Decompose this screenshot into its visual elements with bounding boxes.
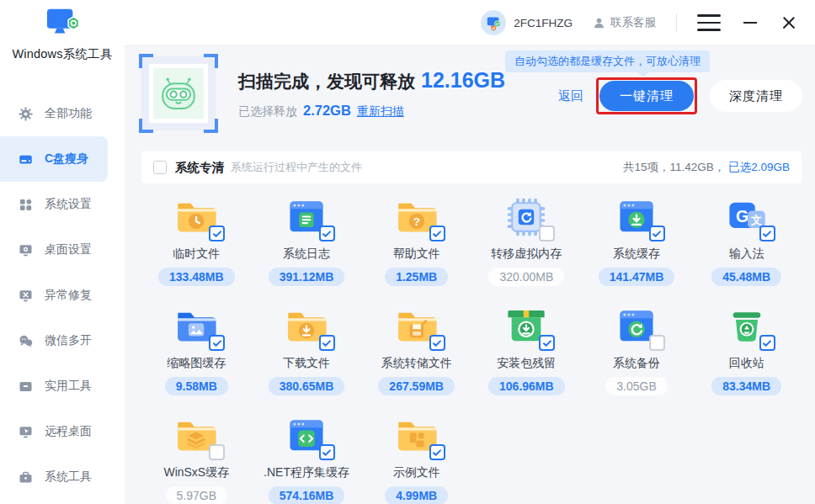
item-size-badge: 320.00MB (488, 268, 564, 286)
section-subtitle: 系统运行过程中产生的文件 (231, 160, 362, 175)
item-size-badge: 1.25MB (385, 268, 448, 286)
auto-select-tooltip: 自动勾选的都是缓存文件，可放心清理 (505, 50, 710, 72)
item-label: 系统备份 (613, 356, 660, 371)
titlebar: 2FC1FHZG 联系客服 (125, 0, 815, 46)
item-checkbox[interactable] (319, 335, 335, 351)
folder-layers-icon (174, 414, 218, 458)
item-checkbox[interactable] (539, 335, 555, 351)
item-label: 转移虚拟内存 (491, 247, 562, 262)
briefcase-icon (19, 470, 33, 485)
minimize-icon[interactable] (741, 13, 759, 32)
cleanup-item[interactable]: 示例文件4.99MB (361, 414, 471, 504)
item-size-badge: 5.97GB (166, 486, 227, 504)
sidebar-item-c-drive-slim[interactable]: C盘瘦身 (0, 136, 108, 182)
item-checkbox[interactable] (209, 444, 225, 460)
sidebar-item-remote-desktop[interactable]: 远程桌面 (0, 409, 108, 454)
sidebar-item-desktop-settings[interactable]: 桌面设置 (0, 227, 108, 273)
system-clean-row: 系统专清 系统运行过程中产生的文件 共15项，11.42GB，已选2.09GB (141, 151, 802, 183)
monitor-repair-icon (19, 289, 33, 303)
svg-text:文: 文 (750, 214, 762, 226)
rescan-link[interactable]: 重新扫描 (357, 104, 404, 119)
cleanup-item[interactable]: 临时文件133.48MB (141, 195, 252, 286)
apps-grid-icon (19, 198, 33, 212)
item-checkbox[interactable] (319, 444, 335, 460)
item-checkbox[interactable] (539, 225, 555, 241)
sidebar-item-system-settings[interactable]: 系统设置 (0, 182, 108, 227)
translate-icon: G文 (725, 195, 769, 239)
item-size-badge: 9.58MB (165, 377, 228, 395)
section-selected-size: 已选2.09GB (728, 161, 790, 173)
item-checkbox[interactable] (429, 444, 445, 460)
item-checkbox[interactable] (759, 225, 775, 241)
cleanup-item[interactable]: 转移虚拟内存320.00MB (471, 195, 582, 286)
releasable-size: 12.16GB (421, 68, 505, 92)
cleanup-item[interactable]: WinSxS缓存5.97GB (141, 414, 252, 504)
item-size-badge: 4.99MB (385, 486, 448, 504)
cleanup-item[interactable]: 下载文件380.65MB (252, 305, 362, 395)
selected-size: 2.72GB (303, 103, 351, 119)
window-backup-icon (615, 305, 658, 348)
contact-support-button[interactable]: 联系客服 (593, 15, 656, 30)
sidebar-item-utilities[interactable]: 实用工具 (0, 363, 108, 409)
robot-scan-frame (141, 56, 216, 130)
scan-complete-title: 扫描完成，发现可释放12.16GB (238, 68, 505, 93)
item-checkbox[interactable] (319, 225, 335, 241)
cleanup-item[interactable]: 缩略图缓存9.58MB (141, 305, 252, 395)
user-id-chip[interactable]: 2FC1FHZG (481, 10, 573, 35)
item-label: 回收站 (729, 356, 764, 371)
window-code-icon (285, 414, 328, 458)
sidebar-item-all-features[interactable]: 全部功能 (0, 91, 108, 136)
sidebar-item-error-repair[interactable]: 异常修复 (0, 273, 108, 318)
item-checkbox[interactable] (759, 335, 775, 351)
sidebar-item-label: 微信多开 (45, 333, 92, 348)
section-summary: 共15项，11.42GB，已选2.09GB (623, 160, 790, 175)
folder-question-icon: ? (395, 195, 439, 239)
item-label: 系统缓存 (613, 247, 660, 262)
cleanup-item[interactable]: .NET程序集缓存574.16MB (252, 414, 362, 504)
app-brand: Windows系统工具 (0, 0, 125, 62)
section-checkbox[interactable] (153, 161, 167, 174)
item-checkbox[interactable] (429, 335, 445, 351)
item-size-badge: 133.48MB (158, 268, 235, 286)
drawer-box-icon (19, 379, 33, 394)
monitor-gear-icon (19, 243, 33, 257)
item-checkbox[interactable] (649, 225, 665, 241)
item-checkbox[interactable] (429, 225, 445, 241)
cleanup-item[interactable]: 系统日志391.12MB (252, 195, 362, 286)
annotation-red-box: 一键清理 (596, 77, 697, 114)
cleanup-item[interactable]: 安装包残留106.96MB (471, 305, 582, 395)
sidebar-item-label: 桌面设置 (45, 242, 92, 257)
cleanup-item[interactable]: 系统备份3.05GB (582, 305, 692, 395)
item-checkbox[interactable] (649, 335, 665, 351)
item-checkbox[interactable] (209, 225, 225, 241)
sidebar-item-system-tools[interactable]: 系统工具 (0, 454, 108, 500)
item-checkbox[interactable] (209, 335, 225, 351)
deep-clean-button[interactable]: 深度清理 (710, 80, 802, 112)
cleanup-item[interactable]: 系统转储文件267.59MB (361, 305, 471, 395)
close-icon[interactable] (780, 13, 798, 32)
cleanup-item[interactable]: 系统缓存141.47MB (582, 195, 692, 286)
cleanup-item[interactable]: 回收站83.34MB (691, 305, 802, 395)
sidebar: Windows系统工具 全部功能C盘瘦身系统设置桌面设置异常修复微信多开实用工具… (0, 0, 125, 504)
contact-label: 联系客服 (610, 15, 656, 30)
sidebar-item-label: 远程桌面 (45, 424, 92, 439)
sidebar-item-label: 全部功能 (45, 106, 92, 121)
hamburger-menu-icon[interactable] (697, 11, 721, 34)
user-id-text: 2FC1FHZG (514, 17, 573, 29)
cleanup-item[interactable]: G文输入法45.48MB (691, 195, 802, 286)
sidebar-item-label: 系统工具 (45, 470, 92, 485)
item-size-badge: 83.34MB (711, 377, 781, 395)
cleanup-item[interactable]: ?帮助文件1.25MB (361, 195, 471, 286)
item-size-badge: 380.65MB (269, 377, 345, 395)
folder-dump-icon (395, 305, 439, 348)
item-size-badge: 106.96MB (488, 377, 565, 395)
item-size-badge: 574.16MB (269, 486, 345, 504)
item-label: 临时文件 (173, 247, 220, 262)
remote-desktop-icon (19, 425, 33, 439)
sidebar-item-label: C盘瘦身 (45, 151, 88, 167)
sidebar-item-label: 实用工具 (45, 379, 92, 394)
back-link[interactable]: 返回 (558, 88, 583, 104)
sidebar-item-wechat-multi[interactable]: 微信多开 (0, 318, 108, 363)
sidebar-nav: 全部功能C盘瘦身系统设置桌面设置异常修复微信多开实用工具远程桌面系统工具 (0, 91, 125, 500)
one-click-clean-button[interactable]: 一键清理 (599, 81, 694, 111)
